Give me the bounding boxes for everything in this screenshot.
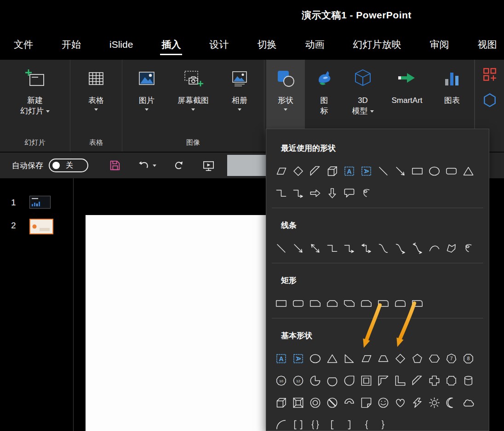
shape-oval-icon[interactable] bbox=[426, 163, 443, 179]
slide-thumbnail[interactable] bbox=[29, 196, 51, 209]
shape-can-icon[interactable] bbox=[460, 372, 477, 389]
table-button[interactable]: 表格 bbox=[72, 60, 120, 129]
shape-line-icon[interactable] bbox=[273, 240, 290, 256]
shape-round-same-side-corner-rectangle-icon[interactable] bbox=[392, 295, 409, 312]
shape-oval-icon[interactable] bbox=[307, 350, 324, 367]
shape-moon-icon[interactable] bbox=[443, 394, 460, 411]
shape-scribble-icon[interactable] bbox=[460, 240, 477, 256]
shape-cube-icon[interactable] bbox=[273, 394, 290, 411]
shape-curve-icon[interactable] bbox=[426, 240, 443, 256]
undo-button[interactable] bbox=[138, 159, 156, 172]
shape-line-arrow-icon[interactable] bbox=[392, 163, 409, 179]
shape-plaque-icon[interactable] bbox=[443, 372, 460, 389]
shape-cloud-icon[interactable] bbox=[460, 394, 477, 411]
chart-button[interactable]: 图表 bbox=[432, 60, 472, 129]
shape-cube-icon[interactable] bbox=[324, 163, 341, 179]
shape-snip-same-side-corner-rectangle-icon[interactable] bbox=[324, 295, 341, 312]
tab-insert[interactable]: 插入 bbox=[161, 29, 181, 60]
my-add-ins-button[interactable] bbox=[481, 91, 499, 109]
shape-rectangle-icon[interactable] bbox=[273, 295, 290, 312]
shape-elbow-arrow-connector-icon[interactable] bbox=[341, 240, 358, 256]
shape-double-bracket-icon[interactable] bbox=[290, 416, 307, 431]
shape-elbow-arrow-connector-icon[interactable] bbox=[290, 185, 307, 201]
shape-sun-icon[interactable] bbox=[426, 394, 443, 411]
shape-diagonal-stripe-icon[interactable] bbox=[409, 372, 426, 389]
slide-thumbnail[interactable] bbox=[29, 219, 53, 234]
shape-text-box-icon[interactable]: A bbox=[273, 350, 290, 367]
shape-freeform-shape-icon[interactable] bbox=[443, 240, 460, 256]
shape-hexagon-icon[interactable] bbox=[426, 350, 443, 367]
shapes-button[interactable]: 形状 bbox=[266, 60, 305, 129]
shape-parallelogram-icon[interactable] bbox=[358, 350, 375, 367]
shape-rounded-rectangular-callout-icon[interactable] bbox=[341, 185, 358, 201]
tab-transitions[interactable]: 切换 bbox=[257, 29, 276, 60]
shape-snip-round-single-corner-rectangle-icon[interactable] bbox=[358, 295, 375, 312]
tab-islide[interactable]: iSlide bbox=[109, 29, 133, 60]
shape-regular-pentagon-icon[interactable] bbox=[409, 350, 426, 367]
shape-chord-icon[interactable] bbox=[324, 372, 341, 389]
shape-diamond-icon[interactable] bbox=[290, 163, 307, 179]
tab-slideshow[interactable]: 幻灯片放映 bbox=[353, 29, 401, 60]
shape-cross-icon[interactable] bbox=[426, 372, 443, 389]
shape-dodecagon-icon[interactable]: 12 bbox=[290, 372, 307, 389]
shape-diagonal-stripe-icon[interactable] bbox=[307, 163, 324, 179]
tab-review[interactable]: 审阅 bbox=[430, 29, 449, 60]
shape-elbow-connector-icon[interactable] bbox=[324, 240, 341, 256]
save-button[interactable] bbox=[109, 159, 121, 172]
shape-rounded-rectangle-icon[interactable] bbox=[290, 295, 307, 312]
shape-right-bracket-icon[interactable] bbox=[341, 416, 358, 431]
shape-frame-icon[interactable] bbox=[358, 372, 375, 389]
new-slide-button[interactable]: 新建幻灯片 bbox=[2, 60, 68, 129]
shape-pie-icon[interactable] bbox=[307, 372, 324, 389]
shape-curved-double-arrow-connector-icon[interactable] bbox=[409, 240, 426, 256]
shape-parallelogram-icon[interactable] bbox=[273, 163, 290, 179]
shape-elbow-connector-icon[interactable] bbox=[273, 185, 290, 201]
shape-heptagon-icon[interactable]: 7 bbox=[443, 350, 460, 367]
shape-decagon-icon[interactable]: 10 bbox=[273, 372, 290, 389]
shape-folded-corner-icon[interactable] bbox=[358, 394, 375, 411]
autosave-toggle[interactable]: 关 bbox=[49, 159, 88, 172]
slide-thumbnail-row-2[interactable]: 2 bbox=[0, 219, 73, 234]
shape-curved-connector-icon[interactable] bbox=[375, 240, 392, 256]
3d-models-button[interactable]: 3D模型 bbox=[344, 60, 382, 129]
tab-view[interactable]: 视图 bbox=[477, 29, 497, 60]
shape-curved-arrow-connector-icon[interactable] bbox=[392, 240, 409, 256]
icons-button[interactable]: 图标 bbox=[305, 60, 344, 129]
tab-animations[interactable]: 动画 bbox=[305, 29, 324, 60]
shape-snip-single-corner-rectangle-icon[interactable] bbox=[307, 295, 324, 312]
screenshot-button[interactable]: 屏幕截图 bbox=[169, 60, 217, 129]
shape-round-diagonal-corner-rectangle-icon[interactable] bbox=[409, 295, 426, 312]
shape-text-box-icon[interactable]: A bbox=[341, 163, 358, 179]
shape-rounded-rectangle-icon[interactable] bbox=[443, 163, 460, 179]
shape-line-arrow-icon[interactable] bbox=[290, 240, 307, 256]
shape-round-single-corner-rectangle-icon[interactable] bbox=[375, 295, 392, 312]
shape-down-block-arrow-icon[interactable] bbox=[324, 185, 341, 201]
slide-thumbnail-row-1[interactable]: 1 bbox=[0, 196, 73, 209]
photo-album-button[interactable]: 相册 bbox=[217, 60, 262, 129]
shape-lightning-bolt-icon[interactable] bbox=[409, 394, 426, 411]
shape-right-block-arrow-icon[interactable] bbox=[307, 185, 324, 201]
shape-left-bracket-icon[interactable] bbox=[324, 416, 341, 431]
shape-scribble-icon[interactable] bbox=[358, 185, 375, 201]
shape-isosceles-triangle-icon[interactable] bbox=[324, 350, 341, 367]
shape-snip-diagonal-corner-rectangle-icon[interactable] bbox=[341, 295, 358, 312]
pictures-button[interactable]: 图片 bbox=[124, 60, 169, 129]
shape-donut-icon[interactable] bbox=[307, 394, 324, 411]
smartart-button[interactable]: SmartArt bbox=[382, 60, 432, 129]
shape-l-shape-icon[interactable] bbox=[392, 372, 409, 389]
shape-vertical-text-box-icon[interactable]: A bbox=[358, 163, 375, 179]
tab-home[interactable]: 开始 bbox=[62, 29, 81, 60]
shape-left-brace-icon[interactable] bbox=[358, 416, 375, 431]
shape-double-brace-icon[interactable] bbox=[307, 416, 324, 431]
shape-rectangle-icon[interactable] bbox=[409, 163, 426, 179]
shape-arc-icon[interactable] bbox=[273, 416, 290, 431]
shape-trapezoid-icon[interactable] bbox=[375, 350, 392, 367]
shape-vertical-text-box-icon[interactable]: A bbox=[290, 350, 307, 367]
shape-line-double-arrow-icon[interactable] bbox=[307, 240, 324, 256]
shape-heart-icon[interactable] bbox=[392, 394, 409, 411]
tab-design[interactable]: 设计 bbox=[209, 29, 229, 60]
add-ins-store-button[interactable] bbox=[481, 65, 499, 84]
shape-elbow-double-arrow-connector-icon[interactable] bbox=[358, 240, 375, 256]
shape-right-triangle-icon[interactable] bbox=[341, 350, 358, 367]
start-slideshow-button[interactable] bbox=[202, 159, 215, 172]
